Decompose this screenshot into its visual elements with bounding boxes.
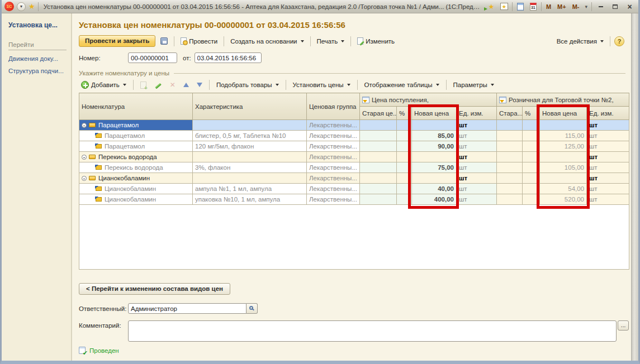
- cell-nomenclature[interactable]: Парацетамол: [79, 141, 193, 152]
- cell-percent-1[interactable]: [397, 162, 412, 173]
- cell-old-price-2[interactable]: [497, 194, 523, 205]
- cell-price-group[interactable]: Лекарственны...: [307, 184, 360, 194]
- cell-new-price-2[interactable]: 54,00: [540, 184, 587, 194]
- col-group-incoming-price[interactable]: Цена поступления,: [360, 93, 497, 107]
- help-button[interactable]: ?: [614, 36, 624, 46]
- cell-unit-1[interactable]: шт: [457, 184, 497, 194]
- cell-percent-1[interactable]: [397, 141, 412, 152]
- all-actions-button[interactable]: Все действия: [554, 37, 606, 46]
- cell-percent-1[interactable]: [397, 194, 412, 205]
- system-menu-button[interactable]: ▾: [17, 2, 26, 11]
- print-button[interactable]: Печать: [315, 37, 347, 46]
- cell-old-price-1[interactable]: [360, 173, 397, 184]
- cell-nomenclature[interactable]: Парацетамол: [79, 131, 193, 141]
- number-input[interactable]: [128, 52, 177, 63]
- cell-new-price-2[interactable]: [540, 152, 587, 162]
- cell-new-price-2[interactable]: 125,00: [540, 141, 587, 152]
- cell-unit-2[interactable]: шт: [587, 120, 629, 131]
- table-row-item[interactable]: Парацетамол120 мг/5мл, флаконЛекарственн…: [79, 141, 629, 152]
- cell-nomenclature[interactable]: Перекись водорода: [79, 162, 193, 173]
- col-header-price-group[interactable]: Ценовая группа: [307, 93, 360, 120]
- cell-percent-2[interactable]: [523, 141, 540, 152]
- sidebar-item-subordination-structure[interactable]: Структура подчи...: [8, 68, 67, 74]
- items-table[interactable]: Номенклатура Характеристика Ценовая груп…: [79, 93, 629, 270]
- memory-plus-button[interactable]: M+: [556, 3, 568, 10]
- cell-percent-2[interactable]: [523, 162, 540, 173]
- cell-unit-2[interactable]: шт: [587, 173, 629, 184]
- col-header-percent-2[interactable]: %: [523, 107, 540, 120]
- add-button[interactable]: Добавить: [79, 80, 129, 90]
- cell-old-price-2[interactable]: [497, 152, 523, 162]
- maximize-button[interactable]: [609, 2, 621, 11]
- cell-characteristic[interactable]: [193, 152, 307, 162]
- cell-unit-2[interactable]: шт: [587, 131, 629, 141]
- cell-old-price-2[interactable]: [497, 141, 523, 152]
- table-row-group[interactable]: Перекись водородаЛекарственны...штшт: [79, 152, 629, 162]
- parameters-button[interactable]: Параметры: [451, 80, 496, 89]
- cell-price-group[interactable]: Лекарственны...: [307, 141, 360, 152]
- cell-new-price-1[interactable]: 40,00: [412, 184, 457, 194]
- collapse-toolbar-icon[interactable]: ▾: [584, 4, 589, 9]
- col-header-new-price-2[interactable]: Новая цена: [540, 107, 587, 120]
- cell-price-group[interactable]: Лекарственны...: [307, 173, 360, 184]
- cell-characteristic[interactable]: [193, 120, 307, 131]
- save-button[interactable]: [158, 36, 170, 46]
- cell-nomenclature[interactable]: Цианокобаламин: [79, 173, 193, 184]
- cell-percent-1[interactable]: [397, 152, 412, 162]
- cell-nomenclature[interactable]: Парацетамол: [79, 120, 193, 131]
- cell-unit-1[interactable]: шт: [457, 131, 497, 141]
- cell-unit-1[interactable]: шт: [457, 173, 497, 184]
- cell-old-price-2[interactable]: [497, 131, 523, 141]
- cell-old-price-1[interactable]: [360, 184, 397, 194]
- cell-old-price-2[interactable]: [497, 184, 523, 194]
- post-and-close-button[interactable]: Провести и закрыть: [79, 35, 155, 47]
- show-favorites-button[interactable]: ★: [499, 2, 509, 11]
- col-header-new-price-1[interactable]: Новая цена: [412, 107, 457, 120]
- cell-percent-2[interactable]: [523, 131, 540, 141]
- cell-new-price-2[interactable]: 115,00: [540, 131, 587, 141]
- cell-price-group[interactable]: Лекарственны...: [307, 162, 360, 173]
- comment-expand-button[interactable]: ...: [618, 320, 629, 331]
- comment-input[interactable]: [128, 320, 617, 342]
- col-header-old-price-2[interactable]: Стара...: [497, 107, 523, 120]
- cell-new-price-1[interactable]: 400,00: [412, 194, 457, 205]
- responsible-lookup-button[interactable]: [246, 303, 258, 314]
- table-row-group[interactable]: ПарацетамолЛекарственны...штшт: [79, 120, 629, 131]
- col-header-nomenclature[interactable]: Номенклатура: [79, 93, 193, 120]
- cell-new-price-1[interactable]: [412, 152, 457, 162]
- cell-old-price-1[interactable]: [360, 194, 397, 205]
- cell-percent-2[interactable]: [523, 173, 540, 184]
- col-header-characteristic[interactable]: Характеристика: [193, 93, 307, 120]
- collapse-icon[interactable]: [82, 176, 87, 181]
- collapse-icon[interactable]: [82, 155, 87, 160]
- edit-button[interactable]: Изменить: [355, 36, 397, 46]
- cell-unit-2[interactable]: шт: [587, 152, 629, 162]
- col-header-percent-1[interactable]: %: [397, 107, 412, 120]
- post-button[interactable]: Провести: [178, 36, 220, 46]
- table-view-button[interactable]: Отображение таблицы: [362, 80, 442, 89]
- cell-percent-1[interactable]: [397, 173, 412, 184]
- memory-minus-button[interactable]: M-: [571, 3, 581, 10]
- table-row-item[interactable]: Цианокобаламинупаковка №10, 1 мл, ампула…: [79, 194, 629, 205]
- table-row-item[interactable]: Перекись водорода3%, флаконЛекарственны.…: [79, 162, 629, 173]
- cell-old-price-2[interactable]: [497, 162, 523, 173]
- table-row-item[interactable]: Парацетамолблистер, 0,5 мг, Таблетка №10…: [79, 131, 629, 141]
- delete-row-button[interactable]: ✕: [168, 80, 178, 90]
- favorites-star-icon[interactable]: ★: [29, 3, 35, 10]
- cell-unit-2[interactable]: шт: [587, 162, 629, 173]
- goto-price-types-button[interactable]: < Перейти к изменению состава видов цен: [79, 283, 230, 295]
- minimize-button[interactable]: [595, 2, 606, 11]
- cell-old-price-2[interactable]: [497, 173, 523, 184]
- cell-characteristic[interactable]: упаковка №10, 1 мл, ампула: [193, 194, 307, 205]
- create-based-on-button[interactable]: Создать на основании: [228, 37, 306, 46]
- add-to-favorites-icon[interactable]: ★: [486, 2, 496, 11]
- cell-old-price-1[interactable]: [360, 120, 397, 131]
- cell-new-price-1[interactable]: [412, 120, 457, 131]
- cell-nomenclature[interactable]: Перекись водорода: [79, 152, 193, 162]
- cell-price-group[interactable]: Лекарственны...: [307, 194, 360, 205]
- cell-percent-2[interactable]: [523, 120, 540, 131]
- close-button[interactable]: ×: [624, 2, 636, 11]
- cell-characteristic[interactable]: 120 мг/5мл, флакон: [193, 141, 307, 152]
- cell-unit-1[interactable]: шт: [457, 194, 497, 205]
- cell-percent-2[interactable]: [523, 194, 540, 205]
